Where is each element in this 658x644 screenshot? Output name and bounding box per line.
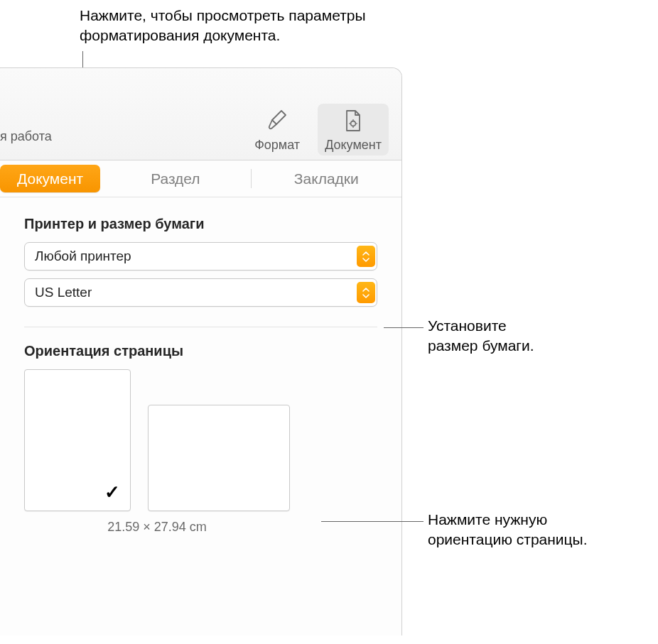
toolbar-left-truncated: я работа bbox=[0, 129, 52, 144]
sidebar-panel: я работа Формат Документ Докум bbox=[0, 67, 402, 635]
callout-formatting-options: Нажмите, чтобы просмотреть параметры фор… bbox=[80, 6, 366, 46]
checkmark-icon: ✓ bbox=[104, 481, 120, 503]
format-label: Формат bbox=[254, 138, 300, 153]
callout-line bbox=[321, 521, 424, 522]
tab-bar: Документ Раздел Закладки bbox=[0, 160, 401, 197]
page-dimensions: 21.59 × 27.94 cm bbox=[24, 520, 290, 535]
orientation-section: Ориентация страницы ✓ 21.59 × 27.94 cm bbox=[0, 327, 401, 547]
svg-point-0 bbox=[351, 121, 356, 126]
paper-size-value: US Letter bbox=[35, 285, 92, 300]
printer-paper-title: Принтер и размер бумаги bbox=[24, 216, 377, 232]
document-label: Документ bbox=[325, 138, 382, 153]
chevron-updown-icon bbox=[357, 246, 375, 267]
callout-line bbox=[384, 327, 424, 328]
tab-document[interactable]: Документ bbox=[0, 165, 100, 192]
paintbrush-icon bbox=[264, 108, 290, 133]
document-icon bbox=[340, 108, 366, 133]
chevron-updown-icon bbox=[357, 282, 375, 303]
printer-select[interactable]: Любой принтер bbox=[24, 242, 377, 271]
orientation-landscape[interactable] bbox=[148, 405, 290, 511]
document-button[interactable]: Документ bbox=[318, 104, 389, 155]
printer-value: Любой принтер bbox=[35, 249, 131, 264]
format-button[interactable]: Формат bbox=[244, 104, 311, 155]
callout-orientation: Нажмите нужную ориентацию страницы. bbox=[428, 510, 588, 550]
toolbar: я работа Формат Документ bbox=[0, 68, 401, 160]
tab-section[interactable]: Раздел bbox=[100, 160, 250, 197]
callout-paper-size: Установите размер бумаги. bbox=[428, 316, 534, 356]
printer-paper-section: Принтер и размер бумаги Любой принтер US… bbox=[0, 197, 401, 320]
tab-bookmarks[interactable]: Закладки bbox=[252, 160, 401, 197]
orientation-title: Ориентация страницы bbox=[24, 343, 377, 359]
paper-size-select[interactable]: US Letter bbox=[24, 278, 377, 307]
orientation-portrait[interactable]: ✓ bbox=[24, 369, 131, 511]
